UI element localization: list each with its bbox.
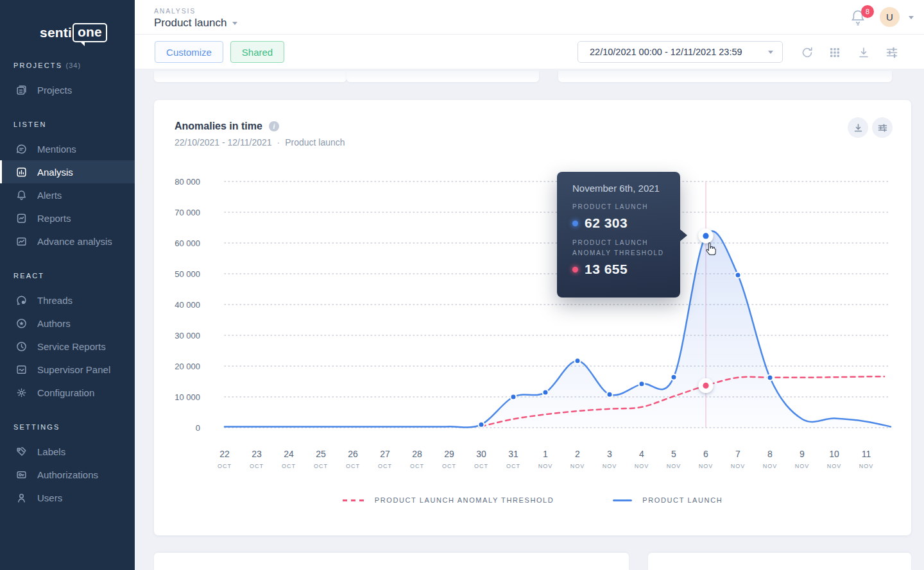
sentione-logo[interactable]: sentione — [40, 23, 135, 42]
sidebar-item-advance-analysis[interactable]: Advance analysis — [0, 230, 135, 253]
sidebar-item-labels[interactable]: Labels — [0, 440, 135, 463]
top-header: ANALYSIS Product launch 8 U — [135, 0, 924, 35]
logo-text-right: one — [73, 23, 107, 42]
grid-icon — [828, 46, 842, 60]
bottom-card-partial — [154, 553, 629, 570]
svg-text:NOV: NOV — [763, 463, 778, 469]
svg-text:NOV: NOV — [699, 463, 714, 469]
pink-dot-icon — [572, 267, 578, 272]
blue-dot-icon — [572, 221, 578, 226]
svg-text:50 000: 50 000 — [175, 269, 200, 279]
sidebar-item-analysis[interactable]: Analysis — [0, 160, 135, 183]
svg-text:OCT: OCT — [410, 463, 424, 469]
svg-text:27: 27 — [380, 449, 390, 459]
svg-text:NOV: NOV — [570, 463, 585, 469]
svg-text:20 000: 20 000 — [175, 362, 200, 371]
legend-item-product-launch[interactable]: PRODUCT LAUNCH — [613, 496, 723, 504]
svg-text:10: 10 — [829, 449, 839, 459]
svg-text:NOV: NOV — [731, 463, 746, 469]
notification-badge: 8 — [861, 5, 874, 18]
grid-view-button[interactable] — [826, 44, 843, 61]
svg-text:80 000: 80 000 — [175, 177, 200, 187]
date-range-selector[interactable]: 22/10/2021 00:00 - 12/11/2021 23:59 — [578, 41, 783, 63]
download-icon — [857, 46, 871, 60]
service-reports-icon — [15, 340, 28, 353]
svg-text:40 000: 40 000 — [175, 300, 200, 310]
labels-icon — [15, 446, 28, 458]
summary-card-partial — [558, 71, 892, 82]
sidebar-item-reports[interactable]: Reports — [0, 206, 135, 230]
chevron-down-icon — [232, 22, 237, 25]
svg-text:OCT: OCT — [506, 463, 520, 469]
supervisor-panel-icon — [15, 364, 28, 376]
svg-text:OCT: OCT — [346, 463, 360, 469]
svg-text:2: 2 — [575, 449, 580, 459]
sidebar-item-supervisor-panel[interactable]: Supervisor Panel — [0, 358, 135, 381]
sidebar-item-threads[interactable]: Threads — [0, 289, 135, 312]
sidebar-item-authorizations[interactable]: Authorizations — [0, 463, 135, 486]
svg-text:4: 4 — [639, 449, 644, 459]
download-button[interactable] — [855, 44, 872, 61]
chart-legend: PRODUCT LAUNCH ANOMALY THRESHOLD PRODUCT… — [154, 496, 911, 504]
chevron-down-icon — [768, 51, 773, 54]
section-label-settings: SETTINGS — [0, 423, 135, 431]
advance-analysis-icon — [15, 235, 28, 247]
svg-text:23: 23 — [252, 449, 262, 459]
refresh-icon — [800, 46, 814, 60]
summary-card-partial — [154, 71, 346, 82]
logo-text-left: senti — [40, 25, 72, 40]
sidebar-item-service-reports[interactable]: Service Reports — [0, 335, 135, 358]
svg-text:OCT: OCT — [314, 463, 328, 469]
svg-text:NOV: NOV — [635, 463, 649, 469]
authorizations-icon — [15, 469, 28, 481]
tooltip-series1-row: 62 303 — [572, 215, 665, 231]
svg-text:5: 5 — [671, 449, 676, 459]
avatar[interactable]: U — [880, 7, 900, 27]
mentions-icon — [15, 143, 28, 155]
tooltip-date: November 6th, 2021 — [572, 183, 665, 194]
anomalies-card: Anomalies in time i 22/10/2021 - 12/11/2… — [154, 100, 911, 535]
svg-text:OCT: OCT — [218, 463, 232, 469]
sidebar-item-mentions[interactable]: Mentions — [0, 137, 135, 160]
svg-text:30: 30 — [476, 449, 486, 459]
svg-text:11: 11 — [862, 449, 871, 459]
project-selector[interactable]: Product launch — [154, 17, 237, 29]
projects-icon — [15, 84, 28, 96]
sidebar-item-users[interactable]: Users — [0, 486, 135, 509]
svg-text:22: 22 — [219, 449, 230, 459]
user-menu-caret[interactable] — [909, 16, 914, 19]
svg-text:28: 28 — [412, 449, 422, 459]
legend-item-threshold[interactable]: PRODUCT LAUNCH ANOMALY THRESHOLD — [343, 496, 554, 504]
tooltip-series2-label: PRODUCT LAUNCH ANOMALY THRESHOLD — [572, 238, 665, 258]
tooltip-series1-label: PRODUCT LAUNCH — [572, 202, 665, 212]
chart-tooltip: November 6th, 2021 PRODUCT LAUNCH 62 303… — [557, 172, 680, 298]
analysis-icon — [15, 166, 28, 178]
sidebar-item-configuration[interactable]: Configuration — [0, 381, 135, 404]
content-area: Anomalies in time i 22/10/2021 - 12/11/2… — [135, 69, 924, 570]
anomalies-line-chart[interactable]: 80 00070 00060 00050 00040 00030 00020 0… — [154, 100, 911, 535]
authors-icon — [15, 317, 28, 330]
main-area: ANALYSIS Product launch 8 U Customize Sh… — [135, 0, 924, 570]
refresh-button[interactable] — [799, 44, 816, 61]
customize-button[interactable]: Customize — [155, 41, 223, 63]
sidebar: sentione PROJECTS (34) Projects LISTEN M… — [0, 0, 135, 570]
toolbar: Customize Shared 22/10/2021 00:00 - 12/1… — [135, 35, 924, 69]
svg-text:OCT: OCT — [442, 463, 456, 469]
svg-text:0: 0 — [196, 423, 200, 433]
shared-button[interactable]: Shared — [230, 41, 284, 63]
dashed-line-swatch — [343, 499, 364, 501]
svg-text:NOV: NOV — [859, 463, 874, 469]
svg-text:NOV: NOV — [667, 463, 681, 469]
tooltip-series1-value: 62 303 — [585, 215, 628, 231]
notifications-button[interactable]: 8 — [850, 8, 869, 28]
sidebar-item-projects[interactable]: Projects — [0, 78, 135, 101]
alerts-icon — [15, 189, 28, 201]
filter-settings-button[interactable] — [884, 44, 900, 61]
svg-text:10 000: 10 000 — [175, 392, 200, 402]
section-label-projects: PROJECTS (34) — [0, 62, 135, 69]
sidebar-item-alerts[interactable]: Alerts — [0, 183, 135, 206]
sidebar-item-authors[interactable]: Authors — [0, 312, 135, 335]
section-label-listen: LISTEN — [0, 121, 135, 128]
svg-text:70 000: 70 000 — [175, 208, 200, 217]
svg-text:3: 3 — [607, 449, 612, 459]
